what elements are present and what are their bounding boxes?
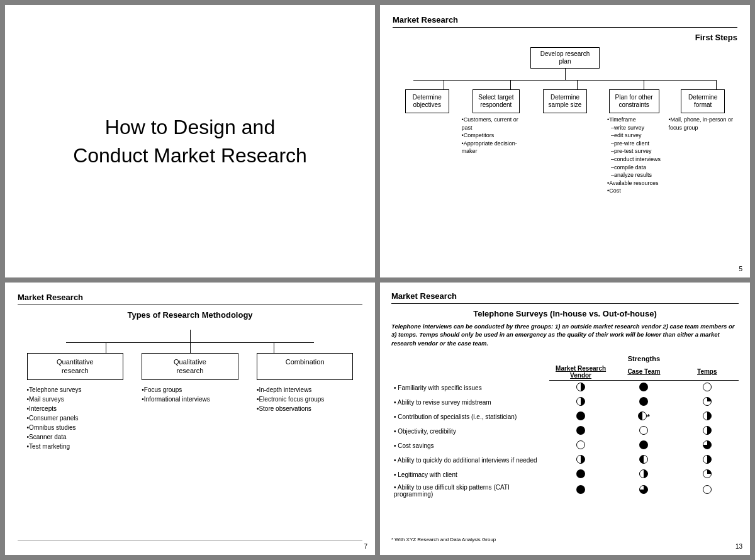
slide-1-title: How to Design and Conduct Market Researc… [73,113,307,170]
col-quantitative-items: •Telephone surveys •Mail surveys •Interc… [27,385,123,451]
page-num-3: 7 [364,543,367,550]
row-8-label: • Ability to use difficult skip patterns… [391,482,549,500]
row-8-temps [676,482,739,500]
box-qualitative: Qualitativeresearch [142,353,238,380]
slide-3-header: Market Research [18,293,362,305]
first-steps-label: First Steps [393,33,737,42]
row-1-vendor [549,380,612,395]
research-items-row: •Telephone surveys •Mail surveys •Interc… [18,385,362,451]
table-row: • Cost savings [391,439,739,453]
col-header-vendor: Market ResearchVendor [549,364,612,381]
title-line-1: How to Design and [105,116,275,138]
row-4-case [612,424,675,439]
box-format: Determine format [681,89,725,113]
row-3-case: * [612,410,675,424]
row-6-vendor [549,453,612,468]
row-5-temps [676,439,739,453]
top-box: Develop research plan [530,47,600,69]
row-7-vendor [549,468,612,482]
row-7-label: • Legitimacy with client [391,468,549,482]
box-respondent-content: •Customers, current or past •Competitors… [462,116,531,155]
row-7-case [612,468,675,482]
strengths-label: Strengths [549,354,739,364]
row-3-label: • Contribution of specialists (i.e., sta… [391,410,549,424]
org-col-respondent: Select target respondent •Customers, cur… [462,89,531,155]
box-combination: Combination [257,353,353,380]
row-7-temps [676,468,739,482]
row-1-label: • Familiarity with specific issues [391,380,549,395]
row-8-vendor [549,482,612,500]
col-header-temps: Temps [676,364,739,381]
research-chart: Quantitativeresearch Qualitativeresearch… [18,330,362,451]
row-6-case [612,453,675,468]
table-row: • Ability to revise survey midstream [391,395,739,410]
row-4-temps [676,424,739,439]
row-4-label: • Objectivity, credibility [391,424,549,439]
slide-3: Market Research Types of Research Method… [5,283,375,555]
research-boxes-row: Quantitativeresearch Qualitativeresearch… [18,353,362,380]
box-format-content: •Mail, phone, in-person or focus group [668,116,737,132]
col-qualitative-items: •Focus groups •Informational interviews [142,385,238,404]
row-1-case [612,380,675,395]
slide-4-intro: Telephone interviews can be conducted by… [391,322,739,347]
row-6-temps [676,453,739,468]
strengths-table: Strengths Market ResearchVendor Case Tea… [391,354,739,500]
row-2-case [612,395,675,410]
footnote: * With XYZ Research and Data Analysis Gr… [391,537,496,542]
row-5-vendor [549,439,612,453]
bottom-divider-3 [18,540,362,541]
row-2-label: • Ability to revise survey midstream [391,395,549,410]
slide-4: Market Research Telephone Surveys (In-ho… [380,283,750,555]
slide-2: Market Research First Steps Develop rese… [380,5,750,277]
org-chart: Develop research plan Determine objectiv… [393,47,737,195]
col-header-case: Case Team [612,364,675,381]
box-quantitative: Quantitativeresearch [27,353,123,380]
org-col-format: Determine format •Mail, phone, in-person… [668,89,737,132]
table-row: • Legitimacy with client [391,468,739,482]
row-3-temps [676,410,739,424]
slide-4-title: Telephone Surveys (In-house vs. Out-of-h… [391,309,739,318]
page-num-2: 5 [739,266,742,272]
box-constraints: Plan for other constraints [609,89,659,113]
row-6-label: • Ability to quickly do additional inter… [391,453,549,468]
table-row: • Ability to quickly do additional inter… [391,453,739,468]
box-constraints-content: •Timeframe –write survey –edit survey –p… [607,116,661,195]
title-line-2: Conduct Market Research [73,144,307,167]
row-1-temps [676,380,739,395]
row-2-vendor [549,395,612,410]
slide-4-header: Market Research [391,291,739,304]
slide-1: How to Design and Conduct Market Researc… [5,5,375,277]
slide-3-title: Types of Research Methodology [18,310,362,320]
table-row: • Ability to use difficult skip patterns… [391,482,739,500]
box-objectives: Determine objectives [405,89,449,113]
row-8-case [612,482,675,500]
row-3-vendor [549,410,612,424]
table-row: • Familiarity with specific issues [391,380,739,395]
box-sample: Determine sample size [543,89,587,113]
row-5-label: • Cost savings [391,439,549,453]
row-5-case [612,439,675,453]
org-col-sample: Determine sample size [530,89,600,113]
col-combination-items: •In-depth interviews •Electronic focus g… [257,385,353,413]
table-row: • Objectivity, credibility [391,424,739,439]
row-4-vendor [549,424,612,439]
table-row: • Contribution of specialists (i.e., sta… [391,410,739,424]
page-num-4: 13 [735,543,742,550]
row-2-temps [676,395,739,410]
box-respondent: Select target respondent [473,89,520,113]
slide-2-header: Market Research [393,15,737,28]
org-col-objectives: Determine objectives [393,89,462,113]
org-col-constraints: Plan for other constraints •Timeframe –w… [600,89,669,195]
